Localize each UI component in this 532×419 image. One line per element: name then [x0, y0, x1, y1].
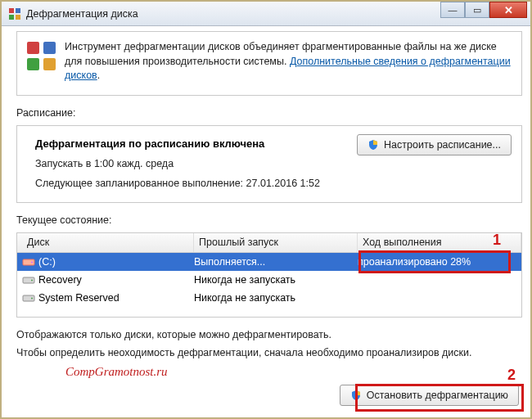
table-header: Диск Прошлый запуск Ход выполнения	[17, 233, 521, 253]
cell-last: Никогда не запускать	[194, 292, 358, 304]
info-panel: Инструмент дефрагментации дисков объедин…	[16, 31, 522, 96]
hdd-icon	[22, 291, 35, 304]
shield-icon	[367, 139, 379, 151]
hdd-icon	[22, 273, 35, 286]
annotation-number-2: 2	[507, 367, 516, 384]
close-button[interactable]: ✕	[489, 2, 527, 18]
table-row[interactable]: Recovery Никогда не запускать	[17, 271, 521, 289]
svg-rect-1	[16, 8, 20, 13]
window-title: Дефрагментация диска	[26, 8, 138, 20]
defrag-large-icon	[25, 40, 58, 73]
schedule-label: Расписание:	[16, 107, 522, 119]
watermark-text: CompGramotnost.ru	[65, 365, 522, 379]
svg-rect-7	[43, 58, 56, 70]
cell-disk: Recovery	[22, 273, 194, 286]
disk-table: Диск Прошлый запуск Ход выполнения (C:) …	[16, 232, 522, 318]
footer-note1: Отображаются только диски, которые можно…	[16, 327, 522, 342]
table-row[interactable]: (C:) Выполняется... проанализировано 28%	[17, 253, 521, 271]
cell-progress: проанализировано 28%	[358, 256, 521, 268]
svg-rect-4	[27, 42, 39, 54]
hdd-icon	[22, 255, 35, 268]
configure-button-label: Настроить расписание...	[384, 139, 501, 151]
svg-point-13	[31, 297, 33, 299]
footer-note2: Чтобы определить неоходимость дефрагмент…	[16, 345, 522, 360]
table-row[interactable]: System Reserved Никогда не запускать	[17, 289, 521, 307]
cell-last: Выполняется...	[194, 256, 358, 268]
svg-rect-3	[16, 15, 20, 20]
svg-rect-0	[9, 8, 14, 13]
cell-disk: (C:)	[22, 255, 194, 268]
defrag-window: Дефрагментация диска — ▭ ✕ Инструмент де…	[0, 0, 532, 419]
schedule-panel: Дефрагментация по расписанию включена За…	[16, 125, 522, 203]
shield-icon	[350, 390, 362, 401]
schedule-next: Следующее запланированное выполнение: 27…	[35, 178, 508, 189]
content-area: Инструмент дефрагментации дисков объедин…	[2, 26, 530, 387]
svg-rect-5	[43, 42, 56, 54]
svg-rect-2	[9, 15, 14, 20]
cell-last: Никогда не запускать	[194, 274, 358, 286]
maximize-button[interactable]: ▭	[465, 2, 489, 18]
schedule-run: Запускать в 1:00 кажд. среда	[35, 158, 508, 169]
minimize-button[interactable]: —	[440, 2, 465, 18]
stop-button-label: Остановить дефрагментацию	[367, 390, 508, 401]
configure-schedule-button[interactable]: Настроить расписание...	[357, 134, 512, 155]
cell-disk: System Reserved	[22, 291, 194, 304]
window-buttons: — ▭ ✕	[440, 2, 527, 18]
svg-point-11	[31, 279, 33, 281]
stop-defrag-button[interactable]: Остановить дефрагментацию	[340, 385, 519, 406]
annotation-number-1: 1	[493, 232, 501, 249]
svg-point-9	[31, 261, 33, 263]
col-disk[interactable]: Диск	[22, 233, 194, 252]
info-text: Инструмент дефрагментации дисков объедин…	[65, 40, 512, 83]
defrag-icon	[8, 7, 21, 20]
stop-area: Остановить дефрагментацию	[340, 385, 519, 406]
svg-rect-6	[27, 58, 39, 70]
titlebar[interactable]: Дефрагментация диска — ▭ ✕	[2, 2, 530, 26]
status-label: Текущее состояние:	[16, 214, 522, 226]
col-last-run[interactable]: Прошлый запуск	[194, 233, 358, 252]
